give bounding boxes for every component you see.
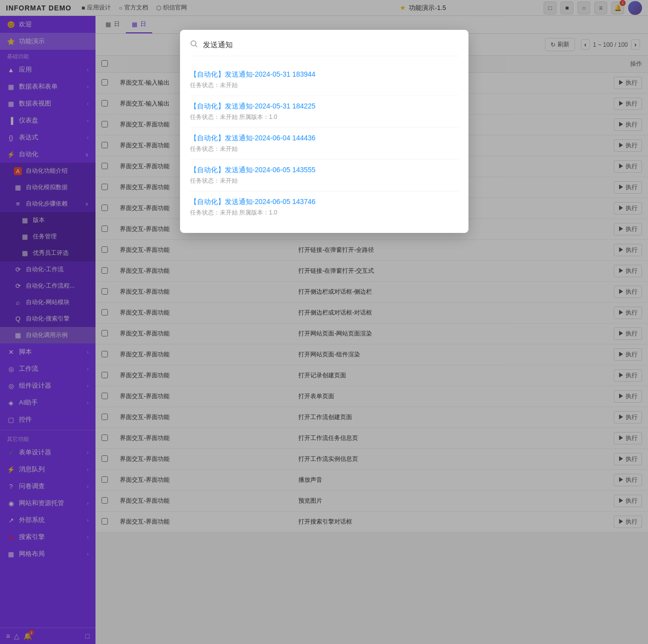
modal: 发送通知 【自动化】发送通知-2024-05-31 183944 任务状态：未开…: [180, 30, 468, 233]
modal-result-title: 【自动化】发送通知-2024-06-05 143746: [190, 198, 459, 207]
modal-result-meta: 任务状态：未开始 所属版本：1.0: [190, 113, 459, 121]
modal-result-title: 【自动化】发送通知-2024-06-05 143555: [190, 166, 459, 175]
modal-result-item[interactable]: 【自动化】发送通知-2024-06-04 144436 任务状态：未开始: [190, 128, 459, 160]
modal-search-header: 发送通知: [190, 40, 459, 56]
modal-result-meta: 任务状态：未开始 所属版本：1.0: [190, 209, 459, 217]
svg-line-1: [195, 45, 197, 47]
modal-results: 【自动化】发送通知-2024-05-31 183944 任务状态：未开始 【自动…: [190, 64, 459, 223]
modal-result-item[interactable]: 【自动化】发送通知-2024-05-31 184225 任务状态：未开始 所属版…: [190, 96, 459, 128]
modal-result-title: 【自动化】发送通知-2024-05-31 183944: [190, 70, 459, 79]
modal-result-item[interactable]: 【自动化】发送通知-2024-06-05 143746 任务状态：未开始 所属版…: [190, 192, 459, 223]
modal-result-title: 【自动化】发送通知-2024-05-31 184225: [190, 102, 459, 111]
modal-search-text: 发送通知: [203, 40, 233, 50]
modal-result-meta: 任务状态：未开始: [190, 145, 459, 153]
modal-overlay[interactable]: 发送通知 【自动化】发送通知-2024-05-31 183944 任务状态：未开…: [0, 0, 648, 644]
modal-result-item[interactable]: 【自动化】发送通知-2024-05-31 183944 任务状态：未开始: [190, 64, 459, 96]
modal-result-item[interactable]: 【自动化】发送通知-2024-06-05 143555 任务状态：未开始: [190, 160, 459, 192]
modal-result-title: 【自动化】发送通知-2024-06-04 144436: [190, 134, 459, 143]
modal-search-icon: [190, 40, 198, 50]
modal-result-meta: 任务状态：未开始: [190, 177, 459, 185]
modal-result-meta: 任务状态：未开始: [190, 81, 459, 90]
